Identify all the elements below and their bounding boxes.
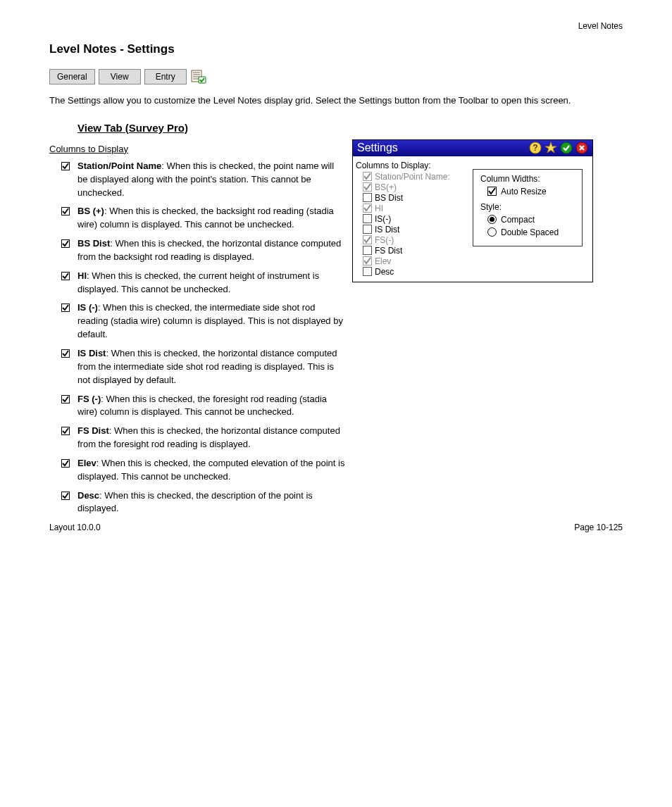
doc-option-text: Elev: When this is checked, the computed… <box>77 457 345 484</box>
dlg-col-checkbox <box>363 256 372 265</box>
star-icon[interactable] <box>545 142 557 154</box>
doc-checkbox-icon <box>61 458 70 468</box>
view-tab-header: View Tab (Survey Pro) <box>77 122 623 134</box>
dlg-col-row-8: Elev <box>363 256 468 266</box>
doc-option-text: FS Dist: When this is checked, the horiz… <box>77 425 345 451</box>
style-compact-label: Compact <box>501 215 535 225</box>
dlg-col-checkbox <box>363 182 372 192</box>
ok-icon[interactable] <box>560 142 573 154</box>
dlg-col-row-6: FS(-) <box>363 235 468 245</box>
footer-right: Page 10-125 <box>574 523 623 532</box>
intro-text: The Settings allow you to customize the … <box>49 94 623 108</box>
style-label: Style: <box>480 202 575 212</box>
dlg-col-label: IS Dist <box>375 225 399 234</box>
doc-option-text: Station/Point Name: When this is checked… <box>77 160 345 200</box>
close-icon[interactable] <box>575 142 588 154</box>
style-double-radio[interactable] <box>487 227 497 237</box>
dlg-col-row-9: Desc <box>363 267 468 277</box>
dlg-col-row-4: IS(-) <box>363 214 468 224</box>
dlg-col-label: BS Dist <box>375 193 403 203</box>
doc-option-6: FS (-): When this is checked, the foresi… <box>61 393 345 420</box>
svg-text:?: ? <box>533 143 537 153</box>
tab-view[interactable]: View <box>99 69 141 85</box>
dlg-col-row-3: HI <box>363 204 468 213</box>
dlg-col-label: Elev <box>375 256 391 266</box>
doc-checkbox-icon <box>61 206 70 216</box>
doc-option-9: Desc: When this is checked, the descript… <box>61 489 345 516</box>
doc-option-text: HI: When this is checked, the current he… <box>77 270 345 296</box>
dlg-col-label: Station/Point Name: <box>375 172 450 182</box>
doc-option-2: BS Dist: When this is checked, the horiz… <box>61 237 345 264</box>
style-double-label: Double Spaced <box>501 227 559 237</box>
svg-marker-18 <box>545 142 556 153</box>
doc-option-text: Desc: When this is checked, the descript… <box>77 489 345 516</box>
doc-option-4: IS (-): When this is checked, the interm… <box>61 301 345 342</box>
style-compact-radio[interactable] <box>487 215 497 224</box>
doc-checkbox-icon <box>61 303 70 313</box>
doc-checkbox-icon <box>61 426 70 436</box>
auto-resize-label: Auto Resize <box>501 187 547 196</box>
doc-checkbox-icon <box>61 349 70 358</box>
dlg-col-label: IS(-) <box>375 214 391 224</box>
dlg-col-row-2: BS Dist <box>363 193 468 203</box>
dlg-col-checkbox <box>363 204 372 213</box>
dlg-col-checkbox[interactable] <box>363 246 372 255</box>
dlg-col-row-5: IS Dist <box>363 225 468 234</box>
doc-option-text: BS (+): When this is checked, the backsi… <box>77 205 345 232</box>
doc-checkbox-icon <box>61 239 70 249</box>
dlg-col-checkbox <box>363 172 372 181</box>
dlg-col-checkbox[interactable] <box>363 267 372 276</box>
columns-header: Columns to Display <box>49 144 345 154</box>
toolbar-tabs: General View Entry <box>49 69 623 85</box>
doc-checkbox-icon <box>61 491 70 501</box>
footer-left: Layout 10.0.0 <box>49 523 101 532</box>
doc-checkbox-icon <box>61 161 70 171</box>
auto-resize-checkbox[interactable] <box>487 187 497 196</box>
column-widths-label: Column Widths: <box>480 174 575 184</box>
doc-option-7: FS Dist: When this is checked, the horiz… <box>61 425 345 451</box>
dlg-col-label: BS(+) <box>375 182 397 192</box>
dlg-col-row-1: BS(+) <box>363 182 468 192</box>
dialog-title: Settings <box>357 142 398 154</box>
dlg-col-label: FS Dist <box>375 246 402 256</box>
doc-option-text: FS (-): When this is checked, the foresi… <box>77 393 345 420</box>
page-title: Level Notes - Settings <box>49 42 623 56</box>
doc-option-text: IS Dist: When this is checked, the horiz… <box>77 347 345 387</box>
doc-checkbox-icon <box>61 271 70 281</box>
settings-dialog: Settings ? <box>352 139 593 282</box>
help-icon[interactable]: ? <box>529 142 542 154</box>
dlg-col-checkbox[interactable] <box>363 225 372 234</box>
doc-option-3: HI: When this is checked, the current he… <box>61 270 345 296</box>
tab-entry[interactable]: Entry <box>144 69 187 85</box>
doc-option-0: Station/Point Name: When this is checked… <box>61 160 345 200</box>
column-widths-group: Column Widths: Auto Resize Style: Compac… <box>473 169 583 246</box>
doc-option-5: IS Dist: When this is checked, the horiz… <box>61 347 345 387</box>
dlg-col-row-0: Station/Point Name: <box>363 172 468 182</box>
doc-option-text: IS (-): When this is checked, the interm… <box>77 301 345 342</box>
columns-to-display-label: Columns to Display: <box>356 161 468 170</box>
dlg-col-checkbox[interactable] <box>363 214 372 223</box>
doc-option-1: BS (+): When this is checked, the backsi… <box>61 205 345 232</box>
dlg-col-label: FS(-) <box>375 235 394 245</box>
settings-ok-icon[interactable] <box>190 69 207 85</box>
dlg-col-label: HI <box>375 204 383 213</box>
doc-checkbox-icon <box>61 394 70 404</box>
tab-general[interactable]: General <box>49 69 95 85</box>
dlg-col-label: Desc <box>375 267 394 277</box>
page-header-right: Level Notes <box>578 21 623 31</box>
dlg-col-checkbox[interactable] <box>363 193 372 202</box>
dlg-col-row-7: FS Dist <box>363 246 468 256</box>
doc-option-8: Elev: When this is checked, the computed… <box>61 457 345 484</box>
doc-option-text: BS Dist: When this is checked, the horiz… <box>77 237 345 264</box>
dlg-col-checkbox <box>363 235 372 244</box>
